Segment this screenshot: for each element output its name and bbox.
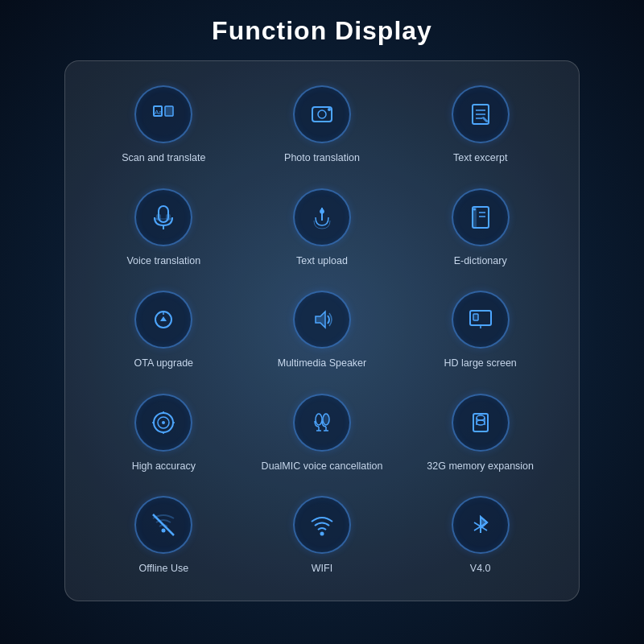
text-excerpt-label: Text excerpt [453,151,507,166]
voice-translation-icon [134,188,192,246]
svg-rect-14 [166,214,171,221]
dualmic-label: DualMIC voice cancellation [262,460,383,474]
feature-e-dictionary[interactable]: E-dictionary [401,180,559,277]
offline-label: Offline Use [139,562,189,576]
feature-multimedia-speaker[interactable]: Multimedia Speaker [243,283,402,379]
feature-hd-screen[interactable]: HD large screen [401,283,559,379]
svg-point-21 [473,208,476,210]
offline-icon [134,496,192,554]
svg-point-37 [323,414,329,425]
feature-bluetooth[interactable]: V4.0 [401,488,559,584]
feature-photo-translation[interactable]: Photo translation [243,77,402,174]
feature-wifi[interactable]: WIFI [243,488,402,584]
feature-text-upload[interactable]: Text upload [243,180,402,277]
page-title: Function Display [212,16,432,46]
svg-point-43 [477,415,485,420]
hd-screen-label: HD large screen [444,357,517,371]
ota-upgrade-icon [134,291,192,349]
svg-rect-1 [165,106,173,116]
dualmic-icon [293,394,351,452]
bluetooth-label: V4.0 [470,562,491,576]
svg-point-44 [477,420,485,425]
svg-rect-42 [473,414,488,431]
feature-voice-translation[interactable]: Voice translation [85,180,243,277]
multimedia-speaker-icon [293,291,351,349]
svg-rect-28 [473,314,478,320]
feature-memory[interactable]: 32G memory expansion [401,386,559,482]
feature-scan-translate[interactable]: AaScan and translate [85,77,243,174]
memory-label: 32G memory expansion [427,460,534,474]
svg-marker-23 [160,316,167,321]
photo-translation-icon [293,85,351,143]
text-excerpt-icon [452,85,510,143]
wifi-label: WIFI [312,562,332,576]
svg-point-5 [328,108,331,111]
scan-translate-icon: Aa [134,85,192,143]
svg-point-31 [162,421,165,424]
svg-text:Aa: Aa [155,109,163,116]
ota-upgrade-label: OTA upgrade [134,357,193,371]
feature-high-accuracy[interactable]: High accuracy [85,386,243,482]
e-dictionary-label: E-dictionary [454,254,507,269]
svg-point-49 [320,532,324,536]
e-dictionary-icon [452,188,510,246]
feature-ota-upgrade[interactable]: OTA upgrade [85,283,243,379]
svg-marker-10 [481,117,489,122]
photo-translation-label: Photo translation [284,151,360,166]
svg-point-4 [318,110,326,118]
text-upload-icon [293,188,351,246]
feature-dualmic[interactable]: DualMIC voice cancellation [243,386,402,482]
high-accuracy-label: High accuracy [132,460,196,474]
feature-text-excerpt[interactable]: Text excerpt [401,77,559,174]
svg-point-36 [316,414,322,425]
memory-icon [452,394,510,452]
multimedia-speaker-label: Multimedia Speaker [278,357,366,371]
features-card: AaScan and translatePhoto translationTex… [64,60,580,601]
svg-rect-13 [156,214,161,221]
high-accuracy-icon [134,394,192,452]
hd-screen-icon [452,291,510,349]
text-upload-label: Text upload [296,254,348,269]
svg-point-47 [162,529,166,533]
scan-translate-label: Scan and translate [122,151,205,166]
voice-translation-label: Voice translation [126,254,200,269]
feature-offline[interactable]: Offline Use [85,488,243,584]
bluetooth-icon [452,496,510,554]
wifi-icon [293,496,351,554]
